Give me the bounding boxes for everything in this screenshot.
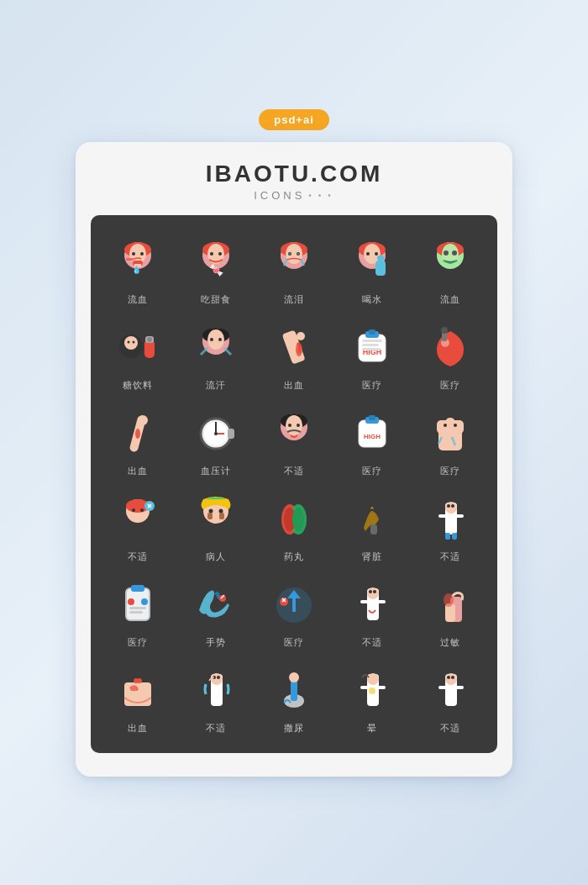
icon-image bbox=[423, 664, 477, 718]
icon-image bbox=[267, 407, 321, 461]
svg-rect-137 bbox=[377, 686, 386, 689]
icon-cell: 出血 bbox=[99, 398, 177, 484]
svg-rect-7 bbox=[126, 258, 134, 261]
icon-image bbox=[189, 321, 243, 375]
svg-rect-110 bbox=[129, 607, 146, 609]
svg-point-13 bbox=[218, 252, 222, 255]
icon-image bbox=[423, 493, 477, 546]
svg-rect-55 bbox=[362, 348, 381, 350]
icon-label: 医疗 bbox=[440, 379, 460, 392]
svg-point-135 bbox=[367, 673, 379, 685]
svg-point-81 bbox=[446, 418, 454, 423]
icon-cell: 手势 bbox=[177, 570, 255, 656]
svg-point-118 bbox=[373, 590, 376, 593]
svg-point-72 bbox=[297, 424, 300, 427]
svg-rect-107 bbox=[131, 585, 144, 592]
icon-cell: 血压计 bbox=[177, 398, 255, 484]
icon-image bbox=[267, 578, 321, 632]
svg-point-140 bbox=[445, 673, 457, 685]
svg-point-123 bbox=[444, 593, 454, 607]
svg-rect-91 bbox=[219, 513, 224, 519]
icon-label: 晕 bbox=[367, 722, 377, 735]
svg-point-47 bbox=[297, 332, 305, 340]
icon-label: 过敏 bbox=[440, 636, 460, 649]
svg-point-66 bbox=[214, 432, 218, 435]
svg-point-25 bbox=[366, 252, 370, 255]
icon-image bbox=[267, 321, 321, 375]
badge: psd+ai bbox=[259, 109, 329, 130]
svg-rect-76 bbox=[369, 415, 375, 420]
icon-label: 医疗 bbox=[284, 636, 304, 649]
icon-image bbox=[111, 321, 165, 375]
svg-rect-27 bbox=[375, 261, 386, 276]
icon-cell: 喝水 bbox=[333, 227, 411, 313]
svg-rect-53 bbox=[362, 340, 382, 342]
svg-point-84 bbox=[132, 508, 135, 512]
icon-cell: 不适 bbox=[411, 656, 489, 741]
icon-label: 糖饮料 bbox=[123, 379, 153, 392]
icon-label: 出血 bbox=[128, 722, 148, 735]
svg-rect-28 bbox=[377, 255, 384, 261]
icon-label: 医疗 bbox=[362, 379, 382, 392]
svg-point-128 bbox=[211, 673, 223, 685]
icon-label: 不适 bbox=[440, 550, 460, 563]
svg-point-3 bbox=[132, 252, 135, 255]
icon-cell: 过敏 bbox=[411, 570, 489, 656]
icon-cell: HIGH医疗 bbox=[333, 313, 411, 398]
svg-rect-111 bbox=[129, 611, 143, 614]
icon-image bbox=[423, 407, 477, 461]
icon-image: 🍬 bbox=[189, 235, 243, 289]
svg-rect-120 bbox=[377, 600, 386, 603]
svg-point-101 bbox=[451, 504, 454, 508]
svg-point-40 bbox=[147, 337, 152, 342]
svg-rect-97 bbox=[370, 524, 377, 535]
icon-cell: 流血 bbox=[411, 227, 489, 313]
icon-cell: 不适 bbox=[411, 484, 489, 570]
icon-cell: 晕 bbox=[333, 656, 411, 741]
icon-image: HIGH bbox=[345, 321, 399, 375]
icon-label: 不适 bbox=[206, 722, 226, 735]
svg-point-33 bbox=[452, 250, 457, 255]
svg-point-99 bbox=[445, 502, 457, 514]
icon-label: 不适 bbox=[128, 550, 148, 563]
page-wrapper: psd+ai IBAOTU.COM ICONS • • • 💧流血🍬吃甜食流泪喝… bbox=[0, 92, 588, 793]
icon-image bbox=[345, 235, 399, 289]
card-subtitle: ICONS • • • bbox=[254, 189, 334, 202]
svg-point-44 bbox=[210, 338, 213, 341]
icon-label: 医疗 bbox=[362, 465, 382, 477]
svg-rect-136 bbox=[360, 686, 369, 689]
card-title: IBAOTU.COM bbox=[206, 161, 382, 187]
icon-label: 不适 bbox=[284, 465, 304, 477]
svg-point-100 bbox=[447, 504, 450, 508]
svg-point-80 bbox=[454, 424, 457, 427]
icon-label: 手势 bbox=[206, 636, 226, 649]
svg-point-116 bbox=[367, 587, 379, 599]
icon-image bbox=[267, 493, 321, 546]
icon-image bbox=[111, 493, 165, 546]
icon-cell: 肾脏 bbox=[333, 484, 411, 570]
svg-rect-51 bbox=[369, 329, 375, 335]
icon-label: 不适 bbox=[440, 722, 460, 735]
svg-rect-105 bbox=[452, 533, 457, 540]
svg-point-130 bbox=[217, 676, 220, 679]
svg-point-141 bbox=[447, 676, 450, 679]
icon-cell: 🍬吃甜食 bbox=[177, 227, 255, 313]
svg-rect-90 bbox=[207, 513, 213, 519]
svg-text:💧: 💧 bbox=[132, 265, 142, 275]
svg-text:🍬: 🍬 bbox=[209, 263, 224, 277]
svg-rect-119 bbox=[360, 600, 369, 603]
dot2: • bbox=[318, 191, 325, 200]
svg-point-142 bbox=[451, 676, 454, 679]
svg-rect-103 bbox=[455, 514, 464, 518]
svg-rect-54 bbox=[362, 344, 379, 346]
icon-image bbox=[189, 493, 243, 546]
svg-point-85 bbox=[140, 508, 144, 512]
svg-point-26 bbox=[375, 252, 378, 255]
svg-point-4 bbox=[140, 252, 144, 255]
icon-image bbox=[345, 493, 399, 546]
svg-point-20 bbox=[289, 253, 291, 255]
icon-cell: 不适 bbox=[177, 656, 255, 741]
svg-point-95 bbox=[292, 508, 304, 531]
icon-cell: 不适 bbox=[333, 570, 411, 656]
icon-label: 喝水 bbox=[362, 293, 382, 306]
